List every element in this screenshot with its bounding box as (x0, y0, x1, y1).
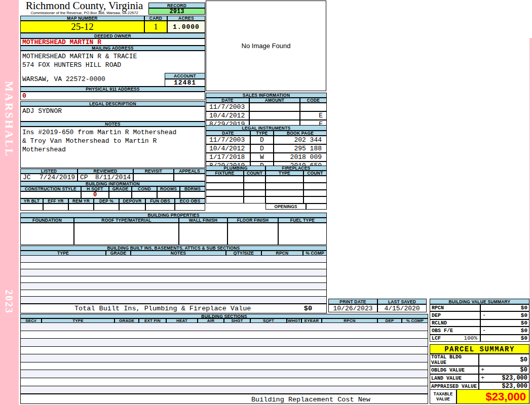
legal-instruments-header: LEGAL INSTRUMENTS (206, 125, 327, 131)
physical-911-value: 0 (20, 92, 205, 100)
bdrms-value (180, 191, 205, 198)
building-properties-header: BUILDING PROPERTIES (20, 213, 327, 218)
col-header: COND (132, 186, 157, 191)
building-value-summary-header: BUILDING VALUE SUMMARY (430, 299, 529, 304)
right-margin-strip (529, 38, 532, 405)
col-header: FLOOR FINISH (227, 218, 278, 223)
instrument-bookpage: 2018 009 (274, 153, 327, 161)
value-summary-label: LCF 100% (430, 335, 480, 342)
col-header: RPCN (261, 251, 303, 256)
sale-amount (249, 103, 300, 111)
plumbing-header: PLUMBING (206, 166, 265, 171)
parcel-summary-label: OBLDG VALUE (430, 366, 479, 374)
value-summary-amount-cell: - $0 (480, 327, 529, 335)
empty-row (21, 290, 326, 297)
revisit-header: REVISIT (133, 169, 174, 174)
reviewed-date: 8/11/2014 (95, 174, 131, 181)
account-header: ACCOUNT (165, 73, 205, 79)
fireplace-count-cell (303, 190, 327, 197)
reviewed-value: CP 8/11/2014 (78, 174, 133, 181)
parcel-summary-amount-cell: + $0 (479, 366, 529, 374)
parcel-summary-header: PARCEL SUMMARY (430, 344, 529, 354)
empty-row (21, 276, 326, 284)
card-header: CARD (144, 16, 167, 21)
fixture-cell (206, 190, 244, 197)
col-header: HEAT (166, 318, 198, 323)
listed-by: JC (23, 174, 31, 181)
col-header: QTY/SIZE (226, 251, 261, 256)
col-header: ECO OBS (175, 198, 205, 204)
col-header: FUN OBS (145, 198, 175, 204)
builtins-total-label: Total Built Ins, Plumbing & Fireplace Va… (74, 305, 251, 312)
mailing-address-header: MAILING ADDRESS (20, 46, 205, 51)
fixture-count-cell (244, 190, 265, 197)
fireplace-type-cell (265, 196, 303, 204)
building-information-header: BUILDING INFORMATION (20, 181, 205, 186)
col-header: DEPOVR (119, 198, 145, 204)
fireplace-count-cell (303, 183, 327, 190)
yrblt-value (20, 204, 43, 211)
remyr-value (68, 204, 94, 211)
parcel-summary-row: OBLDG VALUE + $0 (430, 366, 529, 374)
parcel-summary-amount: $0 (520, 356, 529, 363)
sales-row: 10/4/2012 E (206, 111, 327, 120)
col-header: H SQFT (81, 186, 109, 191)
parcel-summary-row: LAND VALUE + $23,000 (430, 374, 529, 382)
county-header: Richmond County, Virginia Commissioner o… (20, 1, 148, 15)
col-header: EXT FIN (139, 318, 166, 323)
notes-line: Ins #2019-650 from Martin R Mothershead (22, 128, 203, 137)
sidebar-watermark-name: MARSHALL (3, 81, 16, 177)
instrument-type: D (250, 136, 274, 144)
listed-value: JC 7/24/2019 (20, 174, 78, 181)
value-summary-row: LCF 100% $0 (430, 335, 529, 342)
sales-row: 11/7/2003 (206, 103, 327, 111)
taxable-value-label: TAXABLE VALUE (430, 389, 457, 404)
fixture-cell (206, 196, 244, 204)
value-summary-amount-cell: - $0 (480, 311, 529, 319)
empty-row (21, 297, 326, 303)
last-saved-header: LAST SAVED (377, 299, 427, 304)
deeded-owner-header: DEEDED OWNER (20, 33, 205, 38)
building-sections-rows (20, 323, 428, 394)
value-summary-amount: $0 (521, 335, 529, 341)
parcel-summary-amount: $23,000 (502, 383, 529, 390)
revisit-value (133, 174, 174, 181)
openings-label: OPENINGS (265, 204, 306, 210)
map-number-value: 25-12 (20, 21, 144, 33)
empty-row (21, 386, 428, 394)
col-header: COUNT (244, 171, 265, 176)
fireplace-type-cell (265, 183, 303, 190)
col-header: DATE (206, 98, 249, 103)
col-header: FIXTURE (206, 171, 244, 176)
left-margin-strip (0, 0, 19, 405)
lcf-label: LCF (432, 336, 441, 341)
empty-row (21, 331, 428, 339)
appeals-header: APPEALS (174, 169, 205, 174)
empty-row (21, 370, 428, 378)
sale-amount (249, 111, 300, 120)
col-header: GRADE (115, 318, 139, 323)
builtins-rows (20, 256, 327, 304)
builtins-total-row: Total Built Ins, Plumbing & Fireplace Va… (20, 304, 327, 313)
instrument-date: 1/17/2018 (206, 153, 250, 161)
col-header: FOUNDATION (20, 218, 74, 223)
value-summary-amount-cell: $0 (480, 335, 529, 342)
instrument-bookpage: 202 344 (274, 136, 327, 144)
listed-header: LISTED (20, 169, 78, 174)
property-photo-placeholder: No Image Found (206, 1, 326, 91)
value-summary-amount: $0 (521, 312, 529, 318)
col-header: RPCN (322, 318, 377, 323)
rooms-value (157, 191, 180, 198)
parcel-summary-amount-cell: + $23,000 (479, 374, 529, 382)
col-header: DATE (206, 131, 250, 136)
col-header: NOTES (131, 251, 226, 256)
col-header: CODE (300, 98, 327, 103)
mailing-line-2: 574 FOX HUNTERS HILL ROAD (22, 61, 121, 69)
col-header: BOOK PAGE (274, 131, 327, 136)
col-header: EYEAR (301, 318, 322, 323)
col-header: FUEL TYPE (278, 218, 327, 223)
parcel-summary-amount: $0 (520, 367, 529, 374)
col-header: BDRMS (180, 186, 205, 191)
value-summary-amount: $0 (521, 328, 529, 334)
fixture-count-cell (244, 196, 265, 204)
